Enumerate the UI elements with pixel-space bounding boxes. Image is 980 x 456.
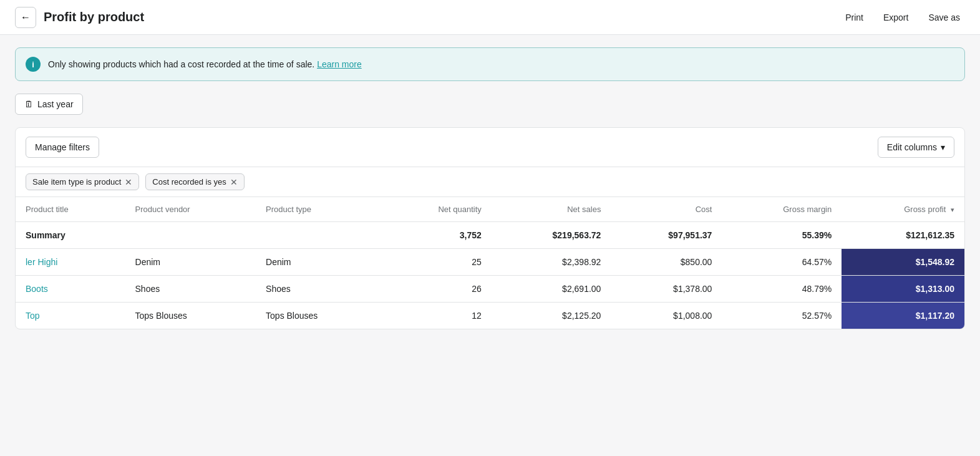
table-row: Top Tops Blouses Tops Blouses 12 $2,125.… bbox=[16, 303, 964, 329]
row-2-product-title: Top bbox=[16, 303, 125, 329]
row-1-cost: $1,378.00 bbox=[611, 276, 722, 303]
summary-net-sales: $219,563.72 bbox=[492, 222, 611, 249]
row-2-type: Tops Blouses bbox=[256, 303, 381, 329]
back-button[interactable]: ← bbox=[15, 7, 36, 28]
gross-profit-label: Gross profit bbox=[904, 205, 946, 214]
summary-cost: $97,951.37 bbox=[611, 222, 722, 249]
row-0-gross-profit: $1,548.92 bbox=[842, 249, 964, 276]
row-1-net-sales: $2,691.00 bbox=[492, 276, 611, 303]
col-header-cost: Cost bbox=[611, 197, 722, 222]
table-row: ler Highi Denim Denim 25 $2,398.92 $850.… bbox=[16, 249, 964, 276]
save-as-button[interactable]: Save as bbox=[923, 10, 965, 25]
row-1-net-quantity: 26 bbox=[381, 276, 492, 303]
header-actions: Print Export Save as bbox=[840, 10, 965, 25]
summary-vendor bbox=[125, 222, 256, 249]
filter-tag-1: Cost recorded is yes ✕ bbox=[145, 173, 245, 190]
col-header-product-vendor: Product vendor bbox=[125, 197, 256, 222]
export-button[interactable]: Export bbox=[878, 10, 913, 25]
calendar-icon: 🗓 bbox=[24, 99, 33, 109]
row-0-cost: $850.00 bbox=[611, 249, 722, 276]
filter-remove-0[interactable]: ✕ bbox=[125, 178, 132, 187]
edit-columns-label: Edit columns bbox=[887, 142, 937, 152]
row-2-vendor: Tops Blouses bbox=[125, 303, 256, 329]
product-link-1[interactable]: Boots bbox=[26, 284, 48, 294]
date-filter-button[interactable]: 🗓 Last year bbox=[15, 94, 83, 115]
table-row: Boots Shoes Shoes 26 $2,691.00 $1,378.00… bbox=[16, 276, 964, 303]
row-0-net-quantity: 25 bbox=[381, 249, 492, 276]
row-2-gross-profit: $1,117.20 bbox=[842, 303, 964, 329]
row-1-type: Shoes bbox=[256, 276, 381, 303]
row-1-product-title: Boots bbox=[16, 276, 125, 303]
row-2-net-quantity: 12 bbox=[381, 303, 492, 329]
filter-tag-0: Sale item type is product ✕ bbox=[26, 173, 139, 190]
date-filter-row: 🗓 Last year bbox=[15, 94, 965, 115]
row-2-cost: $1,008.00 bbox=[611, 303, 722, 329]
table-header-row: Product title Product vendor Product typ… bbox=[16, 197, 964, 222]
info-message: Only showing products which had a cost r… bbox=[48, 59, 314, 69]
info-banner: i Only showing products which had a cost… bbox=[15, 47, 965, 81]
table-toolbar: Manage filters Edit columns ▾ bbox=[16, 128, 964, 167]
col-header-product-title: Product title bbox=[16, 197, 125, 222]
col-header-net-sales: Net sales bbox=[492, 197, 611, 222]
date-filter-label: Last year bbox=[37, 99, 74, 109]
row-0-gross-margin: 64.57% bbox=[722, 249, 842, 276]
filter-tag-label-1: Cost recorded is yes bbox=[152, 177, 226, 187]
info-icon: i bbox=[26, 57, 41, 72]
summary-row: Summary 3,752 $219,563.72 $97,951.37 55.… bbox=[16, 222, 964, 249]
row-0-net-sales: $2,398.92 bbox=[492, 249, 611, 276]
product-link-0[interactable]: ler Highi bbox=[26, 257, 57, 267]
row-1-gross-profit: $1,313.00 bbox=[842, 276, 964, 303]
filter-tag-label-0: Sale item type is product bbox=[32, 177, 121, 187]
summary-gross-profit: $121,612.35 bbox=[842, 222, 964, 249]
row-1-gross-margin: 48.79% bbox=[722, 276, 842, 303]
row-0-vendor: Denim bbox=[125, 249, 256, 276]
summary-net-quantity: 3,752 bbox=[381, 222, 492, 249]
summary-type bbox=[256, 222, 381, 249]
row-0-product-title: ler Highi bbox=[16, 249, 125, 276]
print-button[interactable]: Print bbox=[840, 10, 868, 25]
col-header-product-type: Product type bbox=[256, 197, 381, 222]
filters-row: Sale item type is product ✕ Cost recorde… bbox=[16, 167, 964, 197]
row-0-type: Denim bbox=[256, 249, 381, 276]
summary-label: Summary bbox=[16, 222, 125, 249]
manage-filters-button[interactable]: Manage filters bbox=[26, 137, 99, 158]
chevron-down-icon: ▾ bbox=[941, 142, 945, 152]
col-header-gross-profit[interactable]: Gross profit ▾ bbox=[842, 197, 964, 222]
summary-gross-margin: 55.39% bbox=[722, 222, 842, 249]
page-header: ← Profit by product Print Export Save as bbox=[0, 0, 980, 35]
learn-more-link[interactable]: Learn more bbox=[317, 59, 362, 69]
sort-icon: ▾ bbox=[951, 206, 954, 214]
data-table: Product title Product vendor Product typ… bbox=[16, 197, 964, 329]
info-banner-text: Only showing products which had a cost r… bbox=[48, 59, 362, 69]
filter-remove-1[interactable]: ✕ bbox=[230, 178, 238, 187]
col-header-net-quantity: Net quantity bbox=[381, 197, 492, 222]
row-2-net-sales: $2,125.20 bbox=[492, 303, 611, 329]
edit-columns-button[interactable]: Edit columns ▾ bbox=[878, 137, 954, 158]
product-link-2[interactable]: Top bbox=[26, 311, 40, 321]
main-content: i Only showing products which had a cost… bbox=[0, 35, 980, 342]
row-1-vendor: Shoes bbox=[125, 276, 256, 303]
table-container: Manage filters Edit columns ▾ Sale item … bbox=[15, 127, 965, 329]
page-title: Profit by product bbox=[44, 10, 840, 24]
col-header-gross-margin: Gross margin bbox=[722, 197, 842, 222]
row-2-gross-margin: 52.57% bbox=[722, 303, 842, 329]
